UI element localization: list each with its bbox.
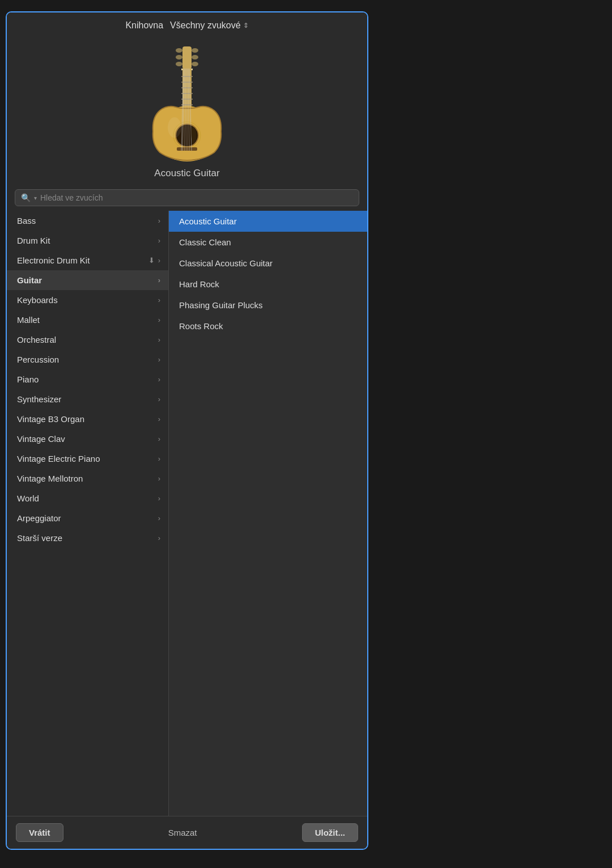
svg-point-3 — [176, 55, 182, 59]
preset-item-label: Hard Rock — [179, 279, 219, 289]
category-item-keyboards[interactable]: Keyboards› — [7, 290, 168, 310]
back-button[interactable]: Vrátit — [16, 823, 63, 842]
search-filter-icon: ▾ — [34, 195, 37, 201]
category-item-orchestral[interactable]: Orchestral› — [7, 330, 168, 350]
chevron-right-icon: › — [158, 216, 160, 225]
chevron-right-icon: › — [158, 454, 160, 463]
chevron-right-icon: › — [158, 256, 160, 265]
svg-point-27 — [168, 117, 181, 138]
category-item-percussion[interactable]: Percussion› — [7, 350, 168, 369]
category-item-label: Vintage B3 Organ — [17, 414, 84, 424]
sound-filter-dropdown[interactable]: Všechny zvukové ⇕ — [170, 20, 249, 31]
category-list: Bass›Drum Kit›Electronic Drum Kit⬇›Guita… — [7, 211, 168, 816]
chevron-right-icon: › — [158, 474, 160, 483]
category-item-label: Orchestral — [17, 335, 56, 344]
chevron-updown-icon: ⇕ — [243, 22, 249, 29]
guitar-image — [130, 41, 244, 165]
svg-point-4 — [192, 55, 198, 59]
category-item-label: World — [17, 493, 39, 503]
svg-point-6 — [192, 62, 198, 66]
chevron-right-icon: › — [158, 375, 160, 384]
save-button[interactable]: Uložit... — [302, 823, 358, 842]
preset-item-label: Acoustic Guitar — [179, 216, 237, 226]
category-item-label: Synthesizer — [17, 394, 61, 404]
category-item-label: Mallet — [17, 315, 40, 325]
chevron-right-icon: › — [158, 494, 160, 503]
guitar-svg — [136, 44, 238, 163]
lists-container: Bass›Drum Kit›Electronic Drum Kit⬇›Guita… — [7, 211, 367, 816]
preset-item-classical-acoustic-guitar[interactable]: Classical Acoustic Guitar — [169, 253, 367, 274]
header: Knihovna Všechny zvukové ⇕ — [7, 12, 367, 35]
category-item-bass[interactable]: Bass› — [7, 211, 168, 231]
category-item-piano[interactable]: Piano› — [7, 369, 168, 389]
dropdown-label: Všechny zvukové — [170, 20, 241, 31]
category-item-label: Vintage Clav — [17, 434, 65, 444]
preset-item-classic-clean[interactable]: Classic Clean — [169, 232, 367, 253]
category-item-label: Starší verze — [17, 533, 62, 543]
category-item-drum-kit[interactable]: Drum Kit› — [7, 231, 168, 250]
preset-item-label: Roots Rock — [179, 321, 223, 331]
preset-item-roots-rock[interactable]: Roots Rock — [169, 316, 367, 337]
delete-button[interactable]: Smazat — [168, 828, 197, 837]
category-item-world[interactable]: World› — [7, 488, 168, 508]
chevron-right-icon: › — [158, 534, 160, 542]
category-item-label: Bass — [17, 216, 36, 225]
chevron-right-icon: › — [158, 435, 160, 443]
category-item-mallet[interactable]: Mallet› — [7, 310, 168, 330]
svg-point-1 — [176, 48, 182, 53]
chevron-right-icon: › — [158, 514, 160, 522]
category-item-label: Percussion — [17, 355, 59, 364]
search-icon: 🔍 — [21, 193, 31, 202]
instrument-label: Acoustic Guitar — [154, 168, 219, 179]
chevron-right-icon: › — [158, 316, 160, 324]
footer: Vrátit Smazat Uložit... — [7, 816, 367, 849]
library-title: Knihovna — [125, 20, 163, 31]
category-item-starší-verze[interactable]: Starší verze› — [7, 528, 168, 548]
category-item-label: Electronic Drum Kit — [17, 256, 90, 265]
instrument-preview: Acoustic Guitar — [7, 35, 367, 187]
category-item-label: Keyboards — [17, 295, 58, 305]
svg-point-5 — [176, 62, 182, 66]
svg-point-2 — [192, 48, 198, 53]
category-item-vintage-electric-piano[interactable]: Vintage Electric Piano› — [7, 449, 168, 469]
search-bar[interactable]: 🔍 ▾ Hledat ve zvucích — [15, 189, 359, 206]
category-item-synthesizer[interactable]: Synthesizer› — [7, 389, 168, 409]
category-item-vintage-b3-organ[interactable]: Vintage B3 Organ› — [7, 409, 168, 429]
search-placeholder[interactable]: Hledat ve zvucích — [40, 193, 353, 202]
main-panel: Knihovna Všechny zvukové ⇕ — [6, 11, 368, 850]
svg-rect-0 — [182, 46, 192, 69]
category-item-electronic-drum-kit[interactable]: Electronic Drum Kit⬇› — [7, 250, 168, 270]
preset-item-label: Classic Clean — [179, 237, 231, 247]
chevron-right-icon: › — [158, 276, 160, 284]
category-item-label: Piano — [17, 375, 39, 384]
category-item-label: Drum Kit — [17, 236, 50, 245]
download-icon: ⬇ — [148, 256, 155, 265]
category-item-arpeggiator[interactable]: Arpeggiator› — [7, 508, 168, 528]
chevron-right-icon: › — [158, 395, 160, 403]
category-item-label: Guitar — [17, 275, 42, 285]
chevron-right-icon: › — [158, 355, 160, 364]
chevron-right-icon: › — [158, 236, 160, 245]
category-item-vintage-clav[interactable]: Vintage Clav› — [7, 429, 168, 449]
preset-list: Acoustic GuitarClassic CleanClassical Ac… — [168, 211, 367, 816]
category-item-label: Vintage Electric Piano — [17, 454, 100, 463]
category-item-label: Arpeggiator — [17, 513, 61, 523]
preset-item-acoustic-guitar[interactable]: Acoustic Guitar — [169, 211, 367, 232]
chevron-right-icon: › — [158, 335, 160, 344]
preset-item-hard-rock[interactable]: Hard Rock — [169, 274, 367, 295]
chevron-right-icon: › — [158, 296, 160, 304]
category-item-vintage-mellotron[interactable]: Vintage Mellotron› — [7, 469, 168, 488]
preset-item-label: Classical Acoustic Guitar — [179, 258, 273, 268]
category-item-guitar[interactable]: Guitar› — [7, 270, 168, 290]
preset-item-label: Phasing Guitar Plucks — [179, 300, 263, 310]
preset-item-phasing-guitar-plucks[interactable]: Phasing Guitar Plucks — [169, 295, 367, 316]
chevron-right-icon: › — [158, 415, 160, 423]
category-item-label: Vintage Mellotron — [17, 474, 83, 483]
